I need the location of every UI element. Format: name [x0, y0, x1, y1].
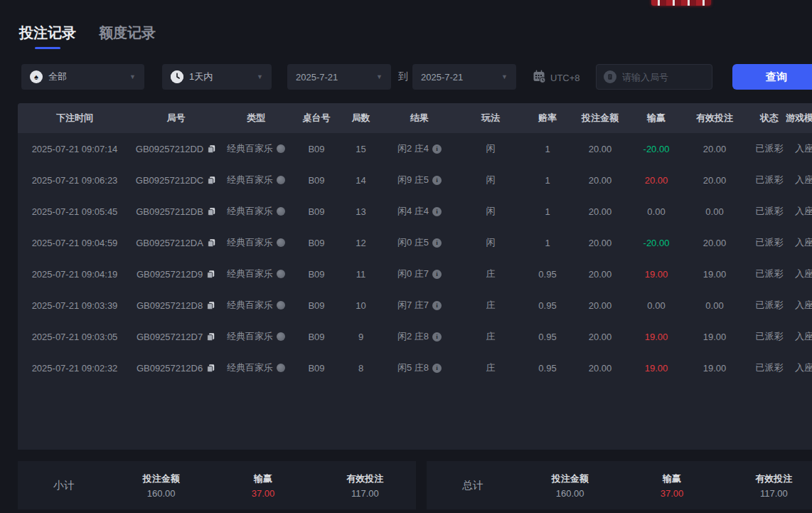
table_no-text: B09	[308, 300, 324, 311]
cell-round_no: 8	[341, 363, 380, 374]
round-number-input[interactable]	[622, 72, 705, 83]
cell-round_no: 9	[341, 332, 380, 342]
win_loss-text: 0.00	[647, 300, 665, 311]
total-win-loss: 输赢 37.00	[621, 472, 722, 499]
cell-type: 经典百家乐	[220, 299, 292, 312]
cell-valid: 0.00	[685, 206, 744, 217]
cell-round_no: 13	[341, 206, 380, 217]
round_id-text: GB09257212DB	[136, 206, 203, 217]
mode-text: 入座	[795, 236, 812, 249]
tab-quota-records[interactable]: 额度记录	[99, 23, 156, 49]
copy-icon[interactable]	[207, 238, 216, 248]
cell-round_id: GB09257212D8	[132, 300, 220, 311]
round_no-text: 10	[356, 300, 365, 311]
round_id-text: GB09257212DC	[136, 175, 203, 186]
status-text: 已派彩	[756, 361, 784, 374]
total-bet-label: 投注金额	[519, 472, 621, 485]
calendar-icon	[532, 69, 547, 87]
copy-icon[interactable]	[207, 144, 216, 154]
result-info-icon[interactable]: i	[432, 207, 442, 216]
time-text: 2025-07-21 09:03:39	[32, 300, 118, 311]
cell-mode: 入座	[794, 299, 812, 312]
result-info-icon[interactable]: i	[432, 176, 442, 185]
round_no-text: 15	[356, 144, 365, 154]
total-bet-amount: 投注金额 160.00	[519, 472, 621, 499]
round_no-text: 12	[356, 238, 365, 248]
cell-type: 经典百家乐	[220, 236, 292, 249]
cell-play: 庄	[459, 330, 523, 343]
round-number-search[interactable]	[596, 64, 712, 90]
cell-valid: 20.00	[685, 144, 744, 154]
cell-mode: 入座	[794, 174, 812, 186]
cell-odds: 0.95	[523, 269, 572, 280]
copy-icon[interactable]	[207, 176, 216, 185]
time-text: 2025-07-21 09:04:59	[32, 238, 118, 248]
result-info-icon[interactable]: i	[432, 238, 442, 248]
round_no-text: 9	[358, 332, 363, 342]
table-row: 2025-07-21 09:07:14GB09257212DD经典百家乐B091…	[18, 133, 812, 164]
result-info-icon[interactable]: i	[432, 301, 442, 310]
copy-icon[interactable]	[206, 301, 215, 310]
col-header-valid-bet: 有效投注	[685, 112, 744, 125]
copy-icon[interactable]	[206, 332, 215, 342]
cell-type: 经典百家乐	[220, 361, 292, 374]
col-header-odds: 赔率	[523, 112, 572, 125]
cell-play: 闲	[459, 205, 523, 218]
result-info-icon[interactable]: i	[432, 144, 442, 154]
total-title: 总计	[427, 479, 519, 492]
odds-text: 1	[545, 206, 550, 217]
odds-text: 0.95	[538, 300, 556, 311]
cell-play: 闲	[459, 142, 523, 155]
chevron-down-icon: ▼	[501, 73, 508, 80]
cell-valid: 20.00	[685, 175, 744, 186]
type-dot-icon	[277, 332, 285, 341]
result-text: 闲7 庄7	[397, 299, 429, 312]
status-text: 已派彩	[756, 142, 784, 155]
time-range-dropdown[interactable]: 1天内 ▼	[162, 64, 272, 90]
cell-odds: 0.95	[523, 332, 572, 342]
cell-table_no: B09	[292, 175, 341, 186]
cell-mode: 入座	[794, 236, 812, 249]
status-text: 已派彩	[756, 205, 784, 218]
subtotal-bet-amount: 投注金额 160.00	[110, 472, 212, 499]
win_loss-text: 20.00	[645, 175, 668, 186]
game-type-dropdown[interactable]: ♠ 全部 ▼	[21, 64, 144, 90]
result-info-icon[interactable]: i	[432, 364, 442, 373]
play-text: 庄	[486, 268, 496, 280]
valid-text: 19.00	[703, 363, 727, 374]
type-text: 经典百家乐	[227, 142, 273, 155]
subtotal-bet-label: 投注金额	[110, 472, 212, 485]
win_loss-text: 19.00	[645, 363, 668, 374]
date-to-dropdown[interactable]: 2025-7-21 ▼	[412, 64, 516, 90]
search-button[interactable]: 查询	[732, 64, 812, 90]
table_no-text: B09	[308, 206, 324, 217]
round_no-text: 13	[356, 206, 365, 217]
result-info-icon[interactable]: i	[432, 270, 442, 279]
status-text: 已派彩	[756, 174, 784, 186]
tab-bet-records[interactable]: 投注记录	[19, 23, 76, 49]
copy-icon[interactable]	[206, 270, 215, 279]
copy-icon[interactable]	[207, 207, 216, 216]
cell-result: 闲2 庄4i	[380, 142, 459, 155]
odds-text: 1	[545, 144, 550, 154]
cell-round_id: GB09257212DB	[132, 206, 220, 217]
copy-icon[interactable]	[206, 364, 215, 373]
cell-status: 已派彩	[744, 205, 794, 218]
result-text: 闲4 庄4	[397, 205, 429, 218]
play-text: 庄	[486, 330, 496, 343]
win_loss-text: 19.00	[645, 269, 668, 280]
result-info-icon[interactable]: i	[432, 332, 442, 342]
col-header-type: 类型	[220, 112, 292, 125]
table-row: 2025-07-21 09:05:45GB09257212DB经典百家乐B091…	[18, 196, 812, 227]
date-from-dropdown[interactable]: 2025-7-21 ▼	[287, 64, 391, 90]
round_id-text: GB09257212D6	[137, 363, 203, 374]
subtotal-valid-label: 有效投注	[314, 472, 416, 485]
time-text: 2025-07-21 09:03:05	[32, 332, 118, 342]
table-row: 2025-07-21 09:03:39GB09257212D8经典百家乐B091…	[18, 290, 812, 321]
col-header-round-no: 局数	[341, 112, 380, 125]
type-text: 经典百家乐	[227, 236, 273, 249]
status-text: 已派彩	[756, 330, 784, 343]
type-text: 经典百家乐	[227, 205, 273, 218]
cell-round_no: 10	[341, 300, 380, 311]
table-row: 2025-07-21 09:03:05GB09257212D7经典百家乐B099…	[18, 321, 812, 352]
